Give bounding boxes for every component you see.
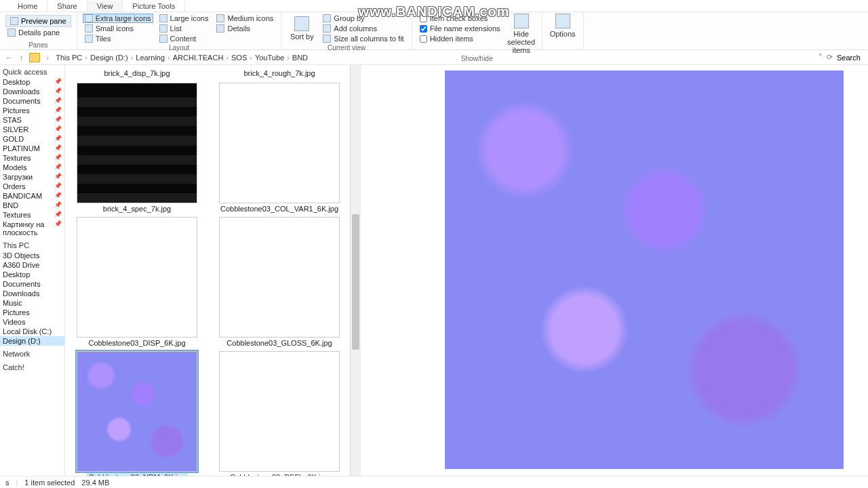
options-button[interactable]: Options <box>548 14 578 38</box>
sidebar-item[interactable]: Downloads <box>0 289 64 298</box>
sidebar-item[interactable]: Documents📌 <box>0 96 64 106</box>
sidebar-item[interactable]: Pictures <box>0 308 64 317</box>
tab-view[interactable]: View <box>87 1 123 12</box>
file-thumbnail[interactable]: Cobblestone03_GLOSS_6K.jpg <box>212 217 347 347</box>
breadcrumb-segment[interactable]: SOS <box>231 54 247 62</box>
layout-extra-large[interactable]: Extra large icons <box>83 14 153 23</box>
file-thumbnail[interactable]: brick_4_rough_7k.jpg <box>212 69 347 79</box>
sidebar-item[interactable]: Music <box>0 298 64 308</box>
hidden-label: Hidden items <box>430 35 473 43</box>
pin-icon: 📌 <box>54 106 62 115</box>
file-thumbnail[interactable]: brick_4_spec_7k.jpg <box>69 83 205 213</box>
pin-icon: 📌 <box>54 182 62 190</box>
ribbon-group-options: Options <box>542 12 584 49</box>
sidebar-item[interactable]: Orders📌 <box>0 182 64 191</box>
layout-tiles[interactable]: Tiles <box>83 34 153 43</box>
list-icon <box>159 24 167 33</box>
sort-icon <box>294 16 309 31</box>
sidebar-item[interactable]: Documents <box>0 279 64 289</box>
layout-medium[interactable]: Medium icons <box>214 14 275 23</box>
layout-large[interactable]: Large icons <box>157 14 211 23</box>
details-icon <box>216 24 224 33</box>
file-thumbnail[interactable]: Cobblestone03_NRM_6K.jpg <box>69 351 205 476</box>
hidden-items-toggle[interactable]: Hidden items <box>418 34 502 43</box>
status-count: s <box>5 479 9 487</box>
watermark-text: www.BANDICAM.com <box>358 4 509 20</box>
sidebar-item[interactable]: GOLD📌 <box>0 134 64 144</box>
sidebar-item[interactable]: Pictures📌 <box>0 106 64 115</box>
file-thumbnail[interactable]: brick_4_disp_7k.jpg <box>69 69 205 79</box>
chevron-down-icon[interactable]: ˅ <box>818 53 823 62</box>
sidebar-item[interactable]: Downloads📌 <box>0 87 64 96</box>
sidebar-item[interactable]: SILVER📌 <box>0 125 64 134</box>
breadcrumb-segment[interactable]: This PC <box>56 54 82 62</box>
thumbnail-image <box>77 217 197 338</box>
layout-details[interactable]: Details <box>214 24 275 33</box>
sidebar-item[interactable]: BANDICAM📌 <box>0 191 64 201</box>
sidebar-item[interactable]: A360 Drive <box>0 260 64 270</box>
layout-list[interactable]: List <box>157 24 211 33</box>
hide-selected-button[interactable]: Hide selected items <box>507 14 536 54</box>
sidebar-item[interactable]: Videos <box>0 317 64 327</box>
preview-image <box>445 70 844 469</box>
sidebar-network[interactable]: Network <box>0 348 64 359</box>
breadcrumb-segment[interactable]: Design (D:) <box>90 54 128 62</box>
tab-home[interactable]: Home <box>8 1 47 12</box>
large-label: Large icons <box>170 14 209 22</box>
file-thumbnail[interactable]: Cobblestone03_REFL_6K.jpg <box>212 351 347 476</box>
pin-icon: 📌 <box>54 173 62 181</box>
file-name-extensions-toggle[interactable]: File name extensions <box>418 24 502 33</box>
add-columns-button[interactable]: Add columns <box>321 24 406 33</box>
scrollbar[interactable] <box>350 65 361 476</box>
refresh-icon[interactable]: ⟳ <box>827 53 833 62</box>
layout-small[interactable]: Small icons <box>83 24 153 33</box>
nav-back-icon[interactable]: ← <box>4 54 14 62</box>
scrollbar-thumb[interactable] <box>352 214 359 350</box>
sidebar-item[interactable]: Desktop <box>0 270 64 279</box>
hidden-checkbox[interactable] <box>420 35 427 43</box>
sizecol-icon <box>323 35 331 43</box>
sidebar-item[interactable]: Картинку на плоскость📌 <box>0 220 64 237</box>
sidebar-item[interactable]: STAS📌 <box>0 115 64 125</box>
file-grid: brick_4_disp_7k.jpgbrick_4_rough_7k.jpgb… <box>65 65 350 476</box>
sidebar-catch[interactable]: Catch! <box>0 362 64 373</box>
file-thumbnail[interactable]: Cobblestone03_DISP_6K.jpg <box>69 217 205 347</box>
sidebar-this-pc[interactable]: This PC <box>0 240 64 251</box>
file-name-label: Cobblestone03_GLOSS_6K.jpg <box>226 339 332 347</box>
tab-share[interactable]: Share <box>47 1 87 12</box>
nav-up-icon[interactable]: ↑ <box>18 54 25 62</box>
pin-icon: 📌 <box>54 125 62 134</box>
breadcrumb-segment[interactable]: YouTube <box>255 54 284 62</box>
file-thumbnail[interactable]: Cobblestone03_COL_VAR1_6K.jpg <box>212 83 347 213</box>
small-icon <box>85 24 93 33</box>
details-pane-button[interactable]: Details pane <box>5 28 71 37</box>
sidebar-quick-access[interactable]: Quick access <box>0 66 64 77</box>
breadcrumb-segment[interactable]: BND <box>292 54 308 62</box>
chevron-right-icon: › <box>82 54 90 62</box>
sidebar-item[interactable]: Design (D:) <box>0 336 64 346</box>
pin-icon: 📌 <box>54 97 62 105</box>
thumbnail-image <box>219 217 340 338</box>
sidebar-item[interactable]: BND📌 <box>0 201 64 210</box>
thumbnail-image <box>219 351 340 472</box>
ext-checkbox[interactable] <box>420 25 427 33</box>
sidebar-item[interactable]: Загрузки📌 <box>0 172 64 182</box>
sidebar-item[interactable]: Textures📌 <box>0 210 64 220</box>
layout-content[interactable]: Content <box>157 34 211 43</box>
breadcrumb[interactable]: This PC›Design (D:)›Learning›ARCHI.TEACH… <box>56 54 308 62</box>
size-columns-button[interactable]: Size all columns to fit <box>321 34 406 43</box>
sidebar-item[interactable]: Local Disk (C:) <box>0 327 64 336</box>
preview-pane-button[interactable]: Preview pane <box>5 15 71 27</box>
sidebar-item[interactable]: PLATINUM📌 <box>0 144 64 153</box>
chevron-right-icon: › <box>223 54 231 62</box>
tab-picture-tools[interactable]: Picture Tools <box>123 1 185 12</box>
sort-by-button[interactable]: Sort by <box>287 14 317 43</box>
sidebar-item[interactable]: Desktop📌 <box>0 77 64 87</box>
search-input[interactable]: Search <box>837 54 864 62</box>
sidebar-item[interactable]: Textures📌 <box>0 153 64 163</box>
breadcrumb-segment[interactable]: Learning <box>136 54 165 62</box>
breadcrumb-segment[interactable]: ARCHI.TEACH <box>173 54 224 62</box>
sidebar-item[interactable]: 3D Objects <box>0 251 64 260</box>
sidebar-item[interactable]: Models📌 <box>0 163 64 172</box>
details-label: Details <box>227 24 250 33</box>
